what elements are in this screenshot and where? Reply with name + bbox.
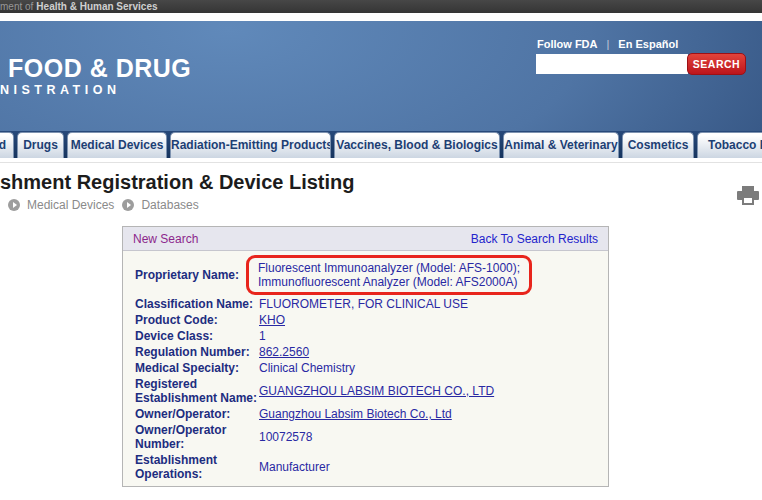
tab-cosmetics[interactable]: Cosmetics bbox=[622, 132, 694, 158]
row-value: 10072578 bbox=[259, 430, 312, 444]
follow-fda-link[interactable]: Follow FDA bbox=[537, 38, 598, 50]
table-row: Establishment Operations: Manufacturer bbox=[123, 452, 608, 482]
row-value-cell: Fluorescent Immunoanalyzer (Model: AFS-1… bbox=[259, 255, 608, 295]
panel-header: New Search Back To Search Results bbox=[123, 227, 608, 251]
breadcrumb-databases[interactable]: Databases bbox=[122, 198, 198, 212]
breadcrumb: Medical Devices Databases bbox=[8, 198, 199, 212]
row-value-cell: Clinical Chemistry bbox=[259, 361, 608, 375]
gov-banner-title: Health & Human Services bbox=[36, 1, 157, 12]
printer-paper-out bbox=[742, 196, 754, 205]
search-button[interactable]: SEARCH bbox=[687, 53, 746, 75]
row-label: Owner/Operator: bbox=[135, 407, 259, 421]
row-label: Regulation Number: bbox=[135, 345, 259, 359]
table-row: Owner/Operator Number: 10072578 bbox=[123, 422, 608, 452]
fda-logo-line2: NISTRATION bbox=[0, 83, 120, 97]
row-value-cell: 10072578 bbox=[259, 430, 608, 444]
row-value-cell: KHO bbox=[259, 313, 608, 327]
row-label: Product Code: bbox=[135, 313, 259, 327]
table-row: Registered Establishment Name: GUANGZHOU… bbox=[123, 376, 608, 406]
row-value: Clinical Chemistry bbox=[259, 361, 355, 375]
row-value[interactable]: GUANGZHOU LABSIM BIOTECH CO., LTD bbox=[259, 384, 494, 398]
fda-device-listing-page: ment ofHealth & Human Services FOOD & DR… bbox=[0, 0, 762, 500]
tab-animal-veterinary[interactable]: Animal & Veterinary bbox=[503, 132, 619, 158]
table-row: Medical Specialty: Clinical Chemistry bbox=[123, 360, 608, 376]
tab-tobacco-products[interactable]: Tobacco Pr bbox=[697, 132, 762, 158]
row-value[interactable]: 862.2560 bbox=[259, 345, 309, 359]
tab-food-partial[interactable]: d bbox=[0, 132, 14, 158]
table-row: Owner/Operator: Guangzhou Labsim Biotech… bbox=[123, 406, 608, 422]
row-value: FLUOROMETER, FOR CLINICAL USE bbox=[259, 297, 468, 311]
row-label: Medical Specialty: bbox=[135, 361, 259, 375]
row-value-cell: FLUOROMETER, FOR CLINICAL USE bbox=[259, 297, 608, 311]
row-value: Fluorescent Immunoanalyzer (Model: AFS-1… bbox=[246, 255, 532, 295]
table-row: Classification Name: FLUOROMETER, FOR CL… bbox=[123, 296, 608, 312]
row-label: Registered Establishment Name: bbox=[135, 377, 259, 405]
page-title: shment Registration & Device Listing bbox=[0, 171, 355, 194]
fda-header: FOOD & DRUG NISTRATION Follow FDA|En Esp… bbox=[0, 21, 762, 131]
gov-banner: ment ofHealth & Human Services bbox=[0, 0, 762, 13]
breadcrumb-medical-devices[interactable]: Medical Devices bbox=[8, 198, 114, 212]
en-espanol-link[interactable]: En Español bbox=[618, 38, 678, 50]
row-value: Manufacturer bbox=[259, 460, 330, 474]
tab-drugs[interactable]: Drugs bbox=[17, 132, 64, 158]
tab-medical-devices[interactable]: Medical Devices bbox=[67, 132, 167, 158]
link-separator: | bbox=[607, 38, 610, 50]
device-record-panel: New Search Back To Search Results Propri… bbox=[122, 226, 609, 487]
fda-logo-line1: FOOD & DRUG bbox=[8, 54, 191, 83]
row-label: Owner/Operator Number: bbox=[135, 423, 259, 451]
row-label: Proprietary Name: bbox=[135, 268, 259, 282]
row-value-cell: Manufacturer bbox=[259, 460, 608, 474]
main-nav: d Drugs Medical Devices Radiation-Emitti… bbox=[0, 131, 762, 158]
row-value-cell: Guangzhou Labsim Biotech Co., Ltd bbox=[259, 407, 608, 421]
row-label: Establishment Operations: bbox=[135, 453, 259, 481]
table-row: Proprietary Name: Fluorescent Immunoanal… bbox=[123, 254, 608, 296]
row-value[interactable]: Guangzhou Labsim Biotech Co., Ltd bbox=[259, 407, 452, 421]
content-divider bbox=[0, 162, 762, 163]
breadcrumb-arrow-icon bbox=[8, 199, 20, 211]
table-row: Regulation Number: 862.2560 bbox=[123, 344, 608, 360]
search-input[interactable] bbox=[536, 54, 688, 74]
row-value-cell: GUANGZHOU LABSIM BIOTECH CO., LTD bbox=[259, 384, 608, 398]
tab-vaccines-blood-biologics[interactable]: Vaccines, Blood & Biologics bbox=[334, 132, 500, 158]
row-label: Device Class: bbox=[135, 329, 259, 343]
row-value-cell: 1 bbox=[259, 329, 608, 343]
printer-icon[interactable] bbox=[736, 186, 760, 207]
header-links: Follow FDA|En Español bbox=[537, 38, 678, 50]
row-value[interactable]: KHO bbox=[259, 313, 285, 327]
record-rows: Proprietary Name: Fluorescent Immunoanal… bbox=[123, 251, 608, 482]
gov-banner-prefix: ment of bbox=[0, 1, 33, 12]
row-value: 1 bbox=[259, 329, 266, 343]
row-label: Classification Name: bbox=[135, 297, 259, 311]
breadcrumb-label: Medical Devices bbox=[27, 198, 114, 212]
back-to-search-results-link[interactable]: Back To Search Results bbox=[471, 232, 598, 246]
row-value-cell: 862.2560 bbox=[259, 345, 608, 359]
breadcrumb-label: Databases bbox=[141, 198, 198, 212]
breadcrumb-arrow-icon bbox=[122, 199, 134, 211]
table-row: Device Class: 1 bbox=[123, 328, 608, 344]
table-row: Product Code: KHO bbox=[123, 312, 608, 328]
new-search-link[interactable]: New Search bbox=[133, 232, 198, 246]
tab-radiation-emitting-products[interactable]: Radiation-Emitting Products bbox=[170, 132, 331, 158]
